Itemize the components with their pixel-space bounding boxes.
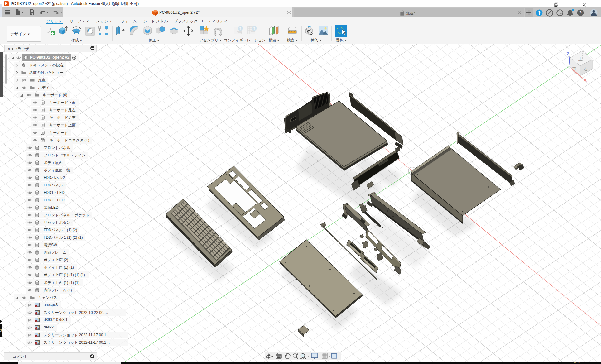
svg-text:Z: Z — [566, 51, 569, 56]
svg-text:上: 上 — [578, 57, 582, 61]
svg-text:X: X — [584, 77, 587, 83]
svg-text:右: 右 — [584, 67, 588, 71]
